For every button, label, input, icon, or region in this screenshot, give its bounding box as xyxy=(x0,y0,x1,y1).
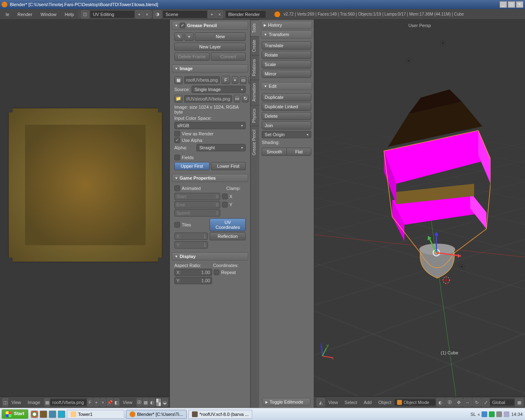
snap-icon[interactable]: ▦ xyxy=(143,398,148,406)
panel-toggle-editmode[interactable]: Toggle Editmode xyxy=(262,398,310,406)
scene-del-button[interactable]: × xyxy=(216,10,223,18)
filepath-icon[interactable]: 📁 xyxy=(174,95,183,103)
panel-display[interactable]: Display xyxy=(172,252,248,260)
vtab-animation[interactable]: Animation xyxy=(251,80,259,105)
viewport3d[interactable]: User Persp xyxy=(314,20,525,396)
gp-convert-button[interactable]: Convert xyxy=(211,52,246,61)
end-field[interactable]: End:0 xyxy=(174,201,220,208)
taskbar-explorer[interactable]: Tower1 xyxy=(67,410,124,419)
uv-menu-image[interactable]: Image xyxy=(24,400,43,405)
ics-dropdown[interactable]: sRGB xyxy=(174,122,246,129)
uv-menu-view[interactable]: View xyxy=(8,400,25,405)
uv-image-name[interactable]: roofUVbeta.png xyxy=(50,399,87,406)
manip-rotate-icon[interactable]: ↻ xyxy=(472,398,481,406)
clamp-y-checkbox[interactable] xyxy=(222,202,228,208)
system-tray[interactable]: SL « 14:34 xyxy=(468,411,525,417)
minimize-button[interactable]: _ xyxy=(500,1,507,8)
vtab-relations[interactable]: Relations xyxy=(251,55,259,80)
animated-checkbox[interactable] xyxy=(174,185,180,191)
tiles-checkbox[interactable] xyxy=(174,222,180,228)
v3d-menu-add[interactable]: Add xyxy=(361,400,375,405)
quick-minecraft-icon[interactable] xyxy=(40,411,47,418)
source-dropdown[interactable]: Single Image xyxy=(192,86,246,93)
editor-type-icon[interactable]: ◭ xyxy=(317,398,325,406)
filebrowse-open-icon[interactable]: ▭ xyxy=(234,95,240,103)
orientation-dropdown[interactable]: Global xyxy=(490,399,514,406)
image-add-button[interactable]: + xyxy=(94,398,99,406)
gp-add-icon[interactable]: + xyxy=(185,32,194,41)
lower-first-button[interactable]: Lower First xyxy=(211,162,246,170)
vtab-physics[interactable]: Physics xyxy=(251,105,259,126)
uv-image[interactable] xyxy=(8,108,162,262)
gp-new-button[interactable]: New xyxy=(195,32,246,41)
grease-enable-checkbox[interactable] xyxy=(180,23,185,28)
smooth-button[interactable]: Smooth xyxy=(262,148,286,156)
reflection-button[interactable]: Reflection xyxy=(210,232,246,240)
editor-type-icon[interactable]: ◫ xyxy=(2,398,8,406)
menu-file[interactable]: le xyxy=(2,9,14,20)
render-engine[interactable]: Blender Render xyxy=(225,10,266,18)
view-as-render-checkbox[interactable] xyxy=(174,131,180,137)
close-button[interactable]: × xyxy=(516,1,523,8)
shading-sphere-icon[interactable]: ◐ xyxy=(436,398,445,406)
scale-button[interactable]: Scale xyxy=(262,60,311,68)
quick-ie-icon[interactable] xyxy=(58,411,65,418)
taskbar-gimp[interactable]: *roofUV.xcf-8.0 (barva ... xyxy=(188,410,252,419)
panel-edit[interactable]: Edit xyxy=(261,82,312,90)
panel-game-props[interactable]: Game Properties xyxy=(172,174,248,182)
gp-delete-frame-button[interactable]: Delete Frame xyxy=(174,52,210,61)
vtab-create[interactable]: Create xyxy=(251,36,259,55)
layout-del-button[interactable]: × xyxy=(143,10,151,18)
panel-grease-pencil[interactable]: Grease Pencil xyxy=(172,21,248,30)
repeat-checkbox[interactable] xyxy=(214,269,219,275)
pivot-median-icon[interactable]: ⦿ xyxy=(445,398,454,406)
layers-icon[interactable]: ▦ xyxy=(515,398,523,406)
lamp-icon[interactable] xyxy=(438,38,448,48)
tray-clock[interactable]: 14:34 xyxy=(511,412,523,417)
render-result-icon[interactable]: ◐ xyxy=(149,398,155,406)
filebrowse-reload-icon[interactable]: ↻ xyxy=(242,95,249,103)
join-button[interactable]: Join xyxy=(262,121,311,130)
tray-volume-icon[interactable] xyxy=(504,411,509,417)
scene-icon[interactable]: ◑ xyxy=(153,10,162,18)
image-unlink-button[interactable]: × xyxy=(100,398,106,406)
upper-first-button[interactable]: Upper First xyxy=(174,162,210,170)
tray-expand-icon[interactable]: « xyxy=(477,412,480,417)
duplicate-button[interactable]: Duplicate xyxy=(262,93,311,101)
aspect-y-field[interactable]: Y:1.00 xyxy=(174,277,212,284)
v3d-menu-view[interactable]: View xyxy=(325,400,341,405)
delete-button[interactable]: Delete xyxy=(262,112,311,120)
manip-translate-icon[interactable]: ↔ xyxy=(463,398,472,406)
v3d-menu-object[interactable]: Object xyxy=(375,400,395,405)
duplicate-linked-button[interactable]: Duplicate Linked xyxy=(262,103,311,111)
panel-transform[interactable]: Transform xyxy=(261,30,312,39)
menu-help[interactable]: Help xyxy=(61,9,78,20)
tray-shield-icon[interactable] xyxy=(489,411,495,417)
mirror-button[interactable]: Mirror xyxy=(262,70,311,78)
set-origin-dropdown[interactable]: Set Origin xyxy=(262,131,311,138)
aspect-x-field[interactable]: X:1.00 xyxy=(174,269,212,276)
pivot-icon[interactable]: ⦿ xyxy=(137,398,142,406)
panel-image[interactable]: Image xyxy=(172,64,248,73)
uv-canvas[interactable] xyxy=(0,20,169,396)
tray-network-icon[interactable] xyxy=(482,411,487,417)
vtab-tools[interactable]: Tools xyxy=(251,20,259,36)
manip-scale-icon[interactable]: ⤢ xyxy=(482,398,490,406)
start-button[interactable]: Start xyxy=(2,409,28,418)
tray-app-icon[interactable] xyxy=(496,411,502,417)
panel-history[interactable]: History xyxy=(261,21,312,29)
image-datablock-icon[interactable]: ▦ xyxy=(174,76,183,84)
vtab-grease-pencil[interactable]: Grease Pencil xyxy=(251,126,259,159)
image-path-field[interactable]: //UVs\roofUVbeta.png xyxy=(184,95,232,103)
start-field[interactable]: Start:0 xyxy=(174,193,220,200)
lamp-icon[interactable] xyxy=(404,56,413,66)
image-fakeuser[interactable]: F xyxy=(87,398,93,406)
uv-paint-icon[interactable]: ◧ xyxy=(114,398,120,406)
image-open-button[interactable]: ▭ xyxy=(240,76,247,84)
screen-layout[interactable]: UV Editing xyxy=(90,10,135,18)
tower-object[interactable] xyxy=(355,77,491,294)
checker-icon[interactable] xyxy=(156,398,162,406)
mode-dropdown[interactable]: Object Mode xyxy=(395,399,436,406)
scene-add-button[interactable]: + xyxy=(208,10,215,18)
rotate-button[interactable]: Rotate xyxy=(262,51,311,59)
